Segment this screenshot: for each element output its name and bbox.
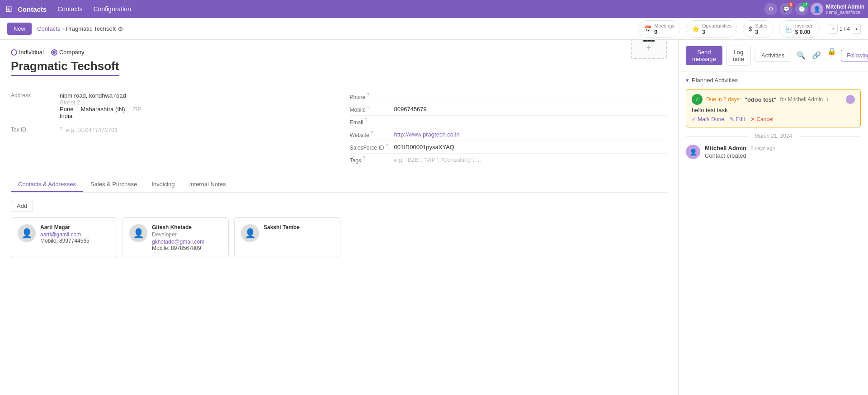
tab-invoicing[interactable]: Invoicing	[144, 177, 182, 192]
tab-sales[interactable]: Sales & Purchase	[83, 177, 144, 192]
individual-radio[interactable]: Individual	[11, 49, 44, 56]
opportunities-icon: ⭐	[692, 25, 699, 33]
pager-next[interactable]: ›	[852, 24, 861, 34]
settings-icon-btn[interactable]: ⚙	[764, 3, 777, 15]
website-value[interactable]: http://www.pragtech.co.in	[394, 131, 460, 138]
company-radio[interactable]: Company	[51, 49, 85, 56]
contact-card-1[interactable]: 👤 Gitesh Khetade Developer gkhetade@gmai…	[123, 217, 229, 258]
form-panel: Individual Company Pragmatic Techsoft 📷 …	[0, 40, 678, 395]
breadcrumb-parent[interactable]: Contacts	[37, 25, 60, 32]
message-author: Mitchell Admin	[705, 145, 746, 151]
opportunities-label: Opportunities	[702, 23, 731, 28]
opportunities-stat[interactable]: ⭐ Opportunities 3	[686, 20, 737, 38]
mobile-row: Mobile ? 8096745679	[350, 103, 667, 116]
breadcrumb: Contacts › Pragmatic Techsoft ⚙	[37, 25, 123, 33]
activity-user-avatar	[846, 95, 855, 104]
city: Pune	[60, 106, 73, 113]
contact-mobile-0: Mobile: 8997744565	[40, 238, 90, 244]
activity-header: ✓ Due in 2 days: "odoo test" for Mitchel…	[692, 94, 855, 105]
breadcrumb-current: Pragmatic Techsoft	[66, 25, 116, 32]
messages-icon-btn[interactable]: 💬 6	[780, 3, 793, 15]
new-button[interactable]: New	[7, 23, 32, 35]
avatar-upload-area[interactable]: 📷 +	[631, 40, 667, 59]
mobile-label: Mobile ?	[350, 105, 391, 113]
mobile-value[interactable]: 8096745679	[394, 106, 427, 113]
activities-button[interactable]: Activities	[755, 49, 791, 62]
send-message-button[interactable]: Send message	[686, 46, 722, 65]
sales-icon: $	[749, 25, 752, 33]
planned-activities-header: Planned Activities	[686, 77, 861, 84]
salesforce-row: SalesForce ID ? 001IR00001pysaXYAQ	[350, 141, 667, 154]
user-info: Mitchell Admin demo_salesforce	[826, 4, 864, 15]
contact-role-1: Developer	[152, 231, 204, 238]
mark-done-button[interactable]: ✓ Mark Done	[692, 116, 724, 122]
contact-email-1: gkhetade@gmail.com	[152, 239, 204, 245]
chatter-header: Send message Log note Activities 🔍 🔗 🔒1 …	[679, 40, 868, 71]
individual-label: Individual	[19, 49, 44, 56]
tags-value[interactable]: e.g. "B2B", "VIP", "Consulting", ...	[394, 156, 481, 163]
address-section: Address nibm road, kondhwa road Street 2…	[11, 90, 339, 166]
avatar-box[interactable]: 📷 +	[631, 40, 667, 59]
taxid-help-icon: ?	[60, 127, 62, 132]
tab-contacts[interactable]: Contacts & Addresses	[11, 177, 83, 192]
sales-label: Sales	[755, 23, 768, 28]
country: India	[60, 113, 142, 119]
contact-email-0: aarti@gamil.com	[40, 231, 90, 238]
main-layout: Individual Company Pragmatic Techsoft 📷 …	[0, 40, 868, 395]
pager-prev[interactable]: ‹	[829, 24, 838, 34]
actionbar: New Contacts › Pragmatic Techsoft ⚙ 📅 Me…	[0, 18, 868, 40]
individual-radio-dot	[11, 49, 17, 56]
lock-icon[interactable]: 🔒1	[826, 45, 838, 66]
salesforce-label: SalesForce ID ?	[350, 143, 391, 151]
activity-task: hello test task	[692, 107, 855, 113]
user-avatar[interactable]: 👤	[811, 3, 823, 15]
address-line2[interactable]: Street 2...	[60, 99, 142, 106]
contact-avatar-0: 👤	[18, 224, 36, 242]
email-label: Email ?	[350, 118, 391, 126]
cancel-activity-button[interactable]: ✕ Cancel	[750, 116, 774, 122]
activity-item: ✓ Due in 2 days: "odoo test" for Mitchel…	[686, 89, 861, 127]
activity-actions: ✓ Mark Done ✎ Edit ✕ Cancel	[692, 116, 855, 122]
contact-info-0: Aarti Magar aarti@gamil.com Mobile: 8997…	[40, 224, 90, 244]
salesforce-value[interactable]: 001IR00001pysaXYAQ	[394, 144, 454, 150]
link-icon[interactable]: 🔗	[810, 49, 823, 61]
contact-card-2[interactable]: 👤 Sakshi Tambe	[234, 217, 340, 258]
activities-icon-btn[interactable]: 🕐 17	[795, 3, 808, 15]
contact-info-1: Gitesh Khetade Developer gkhetade@gmail.…	[152, 224, 204, 251]
meetings-icon: 📅	[644, 25, 651, 33]
following-button[interactable]: Following	[841, 50, 868, 61]
date-separator: March 21, 2024	[686, 133, 861, 139]
contact-cards: 👤 Aarti Magar aarti@gamil.com Mobile: 89…	[11, 217, 667, 258]
topnav-contacts[interactable]: Contacts	[54, 4, 86, 14]
activity-info-icon[interactable]: ℹ	[826, 97, 828, 103]
messages-badge: 6	[788, 2, 793, 7]
right-fields: Phone ? Mobile ? 8096745679	[339, 90, 667, 166]
contact-card-0[interactable]: 👤 Aarti Magar aarti@gamil.com Mobile: 89…	[11, 217, 117, 258]
sales-stat[interactable]: $ Sales 3	[743, 20, 773, 38]
apps-icon[interactable]: ⊞	[4, 2, 14, 16]
meetings-label: Meetings	[654, 23, 675, 28]
company-name: Pragmatic Techsoft	[11, 59, 119, 76]
tab-notes[interactable]: Internal Notes	[182, 177, 233, 192]
message-item: 👤 Mitchell Admin 5 days ago Contact crea…	[686, 145, 861, 159]
website-label: Website ?	[350, 131, 391, 138]
tab-content: Add 👤 Aarti Magar aarti@gamil.com Mobile…	[11, 193, 667, 265]
zip[interactable]: ZIP	[132, 106, 142, 113]
chatter-actions-right: 🔍 🔗 🔒1 Following	[795, 45, 868, 66]
add-contact-button[interactable]: Add	[11, 200, 33, 212]
contact-name-1: Gitesh Khetade	[152, 224, 204, 230]
taxid-label: Tax ID	[11, 127, 56, 133]
meetings-stat[interactable]: 📅 Meetings 0	[638, 20, 680, 38]
message-body: Mitchell Admin 5 days ago Contact create…	[705, 145, 861, 159]
record-settings-icon[interactable]: ⚙	[118, 25, 123, 33]
contact-avatar-2: 👤	[241, 224, 259, 242]
invoiced-label: Invoiced	[795, 23, 814, 28]
search-chatter-icon[interactable]: 🔍	[795, 49, 807, 61]
taxid-value[interactable]: e.g. BE0477472701	[66, 127, 118, 133]
sales-count: 3	[755, 29, 758, 35]
topnav-configuration[interactable]: Configuration	[90, 4, 134, 14]
message-time: 5 days ago	[751, 146, 775, 151]
edit-activity-button[interactable]: ✎ Edit	[730, 116, 745, 122]
log-note-button[interactable]: Log note	[726, 46, 751, 66]
invoiced-stat[interactable]: 🧾 Invoiced $ 0.00	[779, 20, 820, 38]
